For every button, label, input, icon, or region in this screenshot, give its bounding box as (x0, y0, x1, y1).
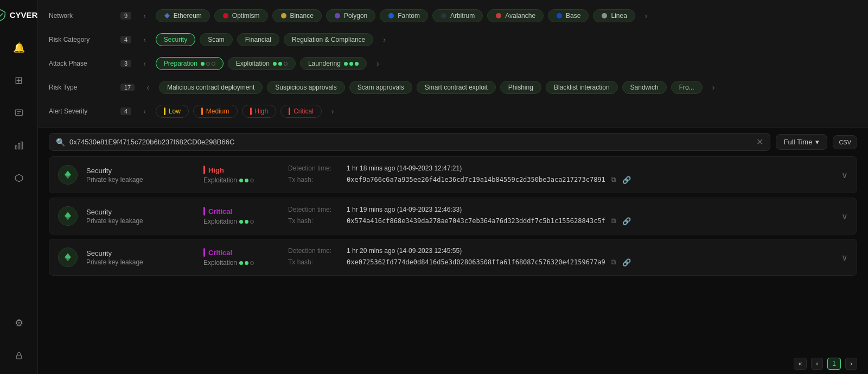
chip-regulation[interactable]: Regulation & Compliance (284, 33, 373, 46)
risk-type-count: 17 (120, 84, 135, 91)
network-prev-btn[interactable]: ‹ (140, 10, 149, 21)
copy-hash-btn[interactable]: ⧉ (610, 257, 617, 268)
alert-row[interactable]: Security Private key leakage High Exploi… (49, 156, 857, 193)
expand-btn[interactable]: ∨ (841, 211, 848, 221)
ethereum-icon (58, 165, 78, 185)
svg-point-14 (496, 13, 501, 18)
expand-btn[interactable]: ∨ (841, 170, 848, 180)
alert-severity-filter-row: Alert Severity 4 ‹ Low Medium High (49, 102, 857, 121)
chip-low[interactable]: Low (156, 105, 189, 118)
alert-info: Security Private key leakage (86, 167, 195, 183)
search-input[interactable] (69, 138, 752, 146)
copy-hash-btn[interactable]: ⧉ (610, 215, 617, 226)
chip-smart-contract-exploit[interactable]: Smart contract exploit (417, 81, 496, 94)
chip-fantom[interactable]: Fantom (380, 9, 428, 22)
chip-phishing[interactable]: Phishing (500, 81, 541, 94)
chip-exploitation[interactable]: Exploitation (228, 57, 296, 70)
alert-meta: Detection time: 1 hr 19 mins ago (14-09-… (288, 206, 833, 226)
alert-severity-prev-btn[interactable]: ‹ (140, 106, 149, 117)
chip-sandwich[interactable]: Sandwich (622, 81, 667, 94)
alert-info: Security Private key leakage (86, 208, 195, 225)
chip-polygon[interactable]: Polygon (326, 9, 375, 22)
tx-hash: 0x574a416cf868e3439da278ae7043c7eb364a76… (347, 217, 605, 225)
risk-category-filter-row: Risk Category 4 ‹ Security Scam Financia… (49, 30, 857, 49)
alert-severity-next-btn[interactable]: › (328, 106, 337, 117)
risk-type-label: Risk Type (49, 84, 114, 91)
chip-scam[interactable]: Scam (200, 33, 233, 46)
alert-severity-label: Alert Severity (49, 107, 114, 115)
chip-base[interactable]: Base (548, 9, 589, 22)
alert-type: Private key leakage (86, 217, 195, 225)
svg-point-10 (281, 13, 286, 18)
alert-category: Security (86, 167, 195, 175)
copy-hash-btn[interactable]: ⧉ (610, 174, 617, 185)
expand-btn[interactable]: ∨ (841, 252, 848, 263)
search-icon: 🔍 (56, 138, 65, 147)
chip-optimism[interactable]: Optimism (214, 9, 268, 22)
chip-suspicious-approvals[interactable]: Suspicious approvals (267, 81, 344, 94)
svg-point-16 (602, 13, 607, 18)
main-content: Network 9 ‹ Ethereum Optimism Binance (38, 0, 868, 374)
risk-category-count: 4 (120, 36, 131, 43)
alert-row[interactable]: Security Private key leakage Critical Ex… (49, 198, 857, 234)
severity-badge: High (203, 166, 279, 174)
chip-avalanche[interactable]: Avalanche (487, 9, 544, 22)
pagination-first-btn[interactable]: « (794, 358, 807, 370)
risk-type-next-btn[interactable]: › (709, 82, 718, 93)
chip-blacklist-interaction[interactable]: Blacklist interaction (546, 81, 618, 94)
settings-icon[interactable]: ⚙ (9, 313, 29, 333)
chip-fro[interactable]: Fro... (671, 81, 703, 94)
chip-scam-approvals[interactable]: Scam approvals (349, 81, 412, 94)
search-clear-btn[interactable]: ✕ (756, 137, 763, 147)
chip-preparation[interactable]: Preparation (156, 57, 224, 70)
user-icon[interactable] (9, 103, 29, 123)
chip-linea[interactable]: Linea (593, 9, 635, 22)
alert-row[interactable]: Security Private key leakage Critical Ex… (49, 239, 857, 276)
svg-point-15 (557, 13, 562, 18)
alert-category: Security (86, 249, 195, 257)
detection-time: 1 hr 20 mins ago (14-09-2023 12:45:55) (347, 247, 462, 255)
link-btn[interactable]: 🔗 (621, 175, 632, 185)
time-label: Full Time (784, 138, 813, 146)
network-filter-row: Network 9 ‹ Ethereum Optimism Binance (49, 7, 857, 25)
chip-medium[interactable]: Medium (193, 105, 238, 118)
svg-marker-8 (164, 13, 170, 18)
chip-arbitrum[interactable]: Arbitrum (432, 9, 483, 22)
pagination-next-btn[interactable]: › (845, 358, 857, 370)
network-chips: Ethereum Optimism Binance Polygon Fantom (156, 9, 635, 22)
chip-malicious-contract[interactable]: Malicious contract deployment (159, 81, 263, 94)
time-filter-btn[interactable]: Full Time ▾ (776, 134, 828, 150)
risk-category-prev-btn[interactable]: ‹ (140, 34, 149, 45)
atom-icon[interactable] (9, 168, 29, 188)
svg-point-9 (223, 13, 228, 18)
chip-binance[interactable]: Binance (272, 9, 322, 22)
chip-laundering[interactable]: Laundering (300, 57, 367, 70)
attack-phase-prev-btn[interactable]: ‹ (140, 58, 149, 69)
alert-phase: Exploitation (203, 218, 279, 225)
attack-phase-label: Attack Phase (49, 60, 114, 67)
chip-security[interactable]: Security (156, 33, 195, 46)
lock-icon[interactable] (9, 346, 29, 365)
pagination-prev-btn[interactable]: ‹ (811, 358, 823, 370)
filter-panel: Network 9 ‹ Ethereum Optimism Binance (38, 0, 868, 128)
grid-icon[interactable]: ⊞ (9, 71, 29, 90)
attack-phase-filter-row: Attack Phase 3 ‹ Preparation Exploitatio… (49, 54, 857, 73)
link-btn[interactable]: 🔗 (621, 257, 632, 268)
svg-marker-6 (15, 174, 23, 182)
search-area: 🔍 ✕ Full Time ▾ CSV (38, 128, 868, 156)
csv-export-btn[interactable]: CSV (833, 135, 857, 149)
svg-point-11 (335, 13, 340, 18)
chart-icon[interactable] (9, 136, 29, 155)
alert-severity: Critical Exploitation (203, 248, 279, 267)
chip-high[interactable]: High (242, 105, 277, 118)
bell-icon[interactable]: 🔔 (9, 38, 29, 58)
attack-phase-chips: Preparation Exploitation (156, 57, 367, 70)
risk-type-prev-btn[interactable]: ‹ (143, 82, 152, 93)
chip-critical[interactable]: Critical (280, 105, 322, 118)
attack-phase-next-btn[interactable]: › (373, 58, 382, 69)
network-next-btn[interactable]: › (642, 10, 651, 21)
link-btn[interactable]: 🔗 (621, 216, 632, 226)
chip-financial[interactable]: Financial (237, 33, 279, 46)
risk-category-next-btn[interactable]: › (380, 34, 389, 45)
chip-ethereum[interactable]: Ethereum (156, 9, 210, 22)
